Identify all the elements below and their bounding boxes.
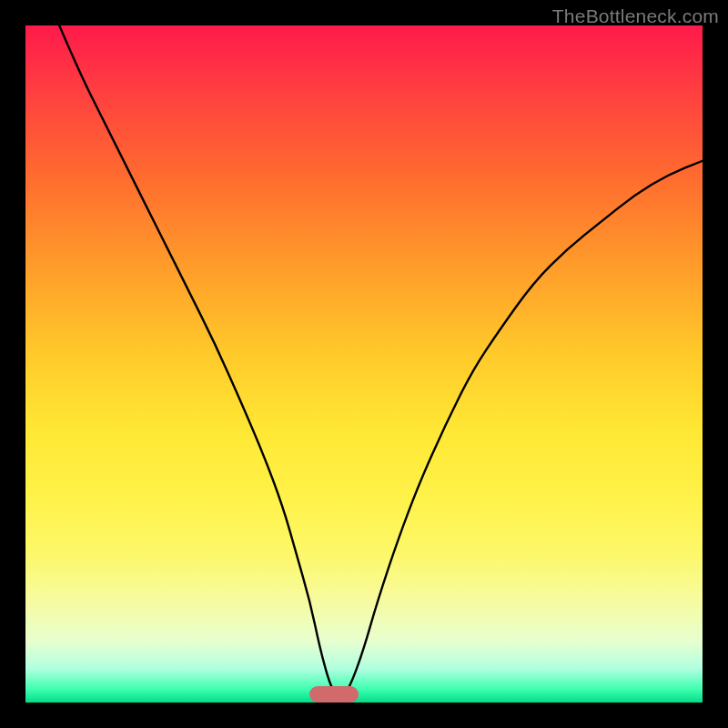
watermark-text: TheBottleneck.com: [552, 5, 719, 27]
chart-frame: TheBottleneck.com: [0, 0, 728, 728]
bottleneck-curve: [25, 25, 703, 703]
plot-area: [25, 25, 703, 703]
optimal-marker: [309, 686, 359, 703]
